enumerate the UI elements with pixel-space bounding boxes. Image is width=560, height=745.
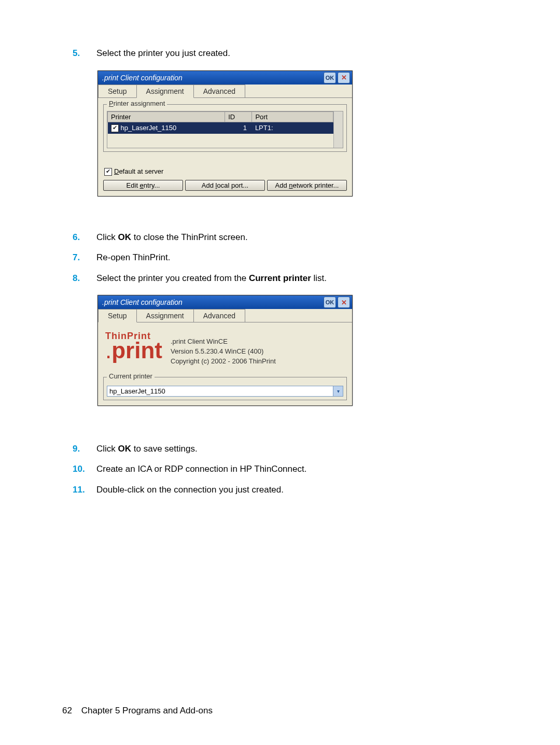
dialog-title: .print Client configuration bbox=[102, 298, 322, 306]
table-row[interactable]: ✔hp_LaserJet_1150 1 LPT1: bbox=[108, 122, 333, 134]
step-text-6: Click OK to close the ThinPrint screen. bbox=[96, 231, 248, 244]
tab-bar: Setup Assignment Advanced bbox=[98, 85, 352, 98]
step-text-8: Select the printer you created from the … bbox=[96, 272, 327, 285]
thinprint-logo: ThinPrint .print bbox=[105, 332, 162, 361]
current-printer-group: Current printer ▾ bbox=[103, 377, 347, 400]
scrollbar[interactable] bbox=[333, 111, 343, 148]
chapter-label: Chapter 5 Programs and Add-ons bbox=[81, 706, 213, 715]
col-id[interactable]: ID bbox=[225, 111, 252, 122]
group-label: Printer assignment bbox=[107, 100, 167, 107]
default-at-server-checkbox[interactable]: ✔Default at server bbox=[104, 167, 347, 176]
page-number: 62 bbox=[62, 706, 79, 716]
printer-assignment-group: Printer assignment Printer ID Port bbox=[103, 104, 347, 152]
add-network-printer-button[interactable]: Add network printer... bbox=[267, 180, 347, 191]
tab-advanced[interactable]: Advanced bbox=[193, 85, 245, 97]
add-local-port-button[interactable]: Add local port... bbox=[185, 180, 265, 191]
step-number-5: 5. bbox=[73, 47, 96, 60]
tab-assignment[interactable]: Assignment bbox=[136, 309, 194, 322]
step-text-9: Click OK to save settings. bbox=[96, 442, 198, 456]
ok-button[interactable]: OK bbox=[324, 72, 336, 83]
col-printer[interactable]: Printer bbox=[108, 111, 225, 122]
tab-assignment[interactable]: Assignment bbox=[136, 85, 194, 98]
version-info: .print Client WinCE Version 5.5.230.4 Wi… bbox=[171, 332, 276, 367]
close-icon[interactable]: ✕ bbox=[338, 297, 350, 308]
printer-table: Printer ID Port ✔hp_LaserJet_1150 1 LPT1… bbox=[107, 111, 333, 154]
step-number-11: 11. bbox=[73, 483, 96, 497]
tab-bar: Setup Assignment Advanced bbox=[98, 309, 352, 322]
step-text-5: Select the printer you just created. bbox=[96, 47, 230, 60]
row-checkbox[interactable]: ✔ bbox=[111, 124, 119, 132]
screenshot-setup-tab: .print Client configuration OK ✕ Setup A… bbox=[97, 295, 498, 406]
current-printer-input[interactable] bbox=[107, 386, 333, 396]
edit-entry-button[interactable]: Edit entry... bbox=[103, 180, 183, 191]
step-number-6: 6. bbox=[73, 231, 96, 244]
row-printer-name: hp_LaserJet_1150 bbox=[121, 124, 177, 132]
titlebar: .print Client configuration OK ✕ bbox=[98, 71, 352, 85]
screenshot-assignment-tab: .print Client configuration OK ✕ Setup A… bbox=[97, 71, 498, 196]
step-number-7: 7. bbox=[73, 251, 96, 264]
group-label: Current printer bbox=[107, 372, 155, 380]
row-id: 1 bbox=[225, 122, 252, 134]
tab-advanced[interactable]: Advanced bbox=[193, 309, 245, 322]
current-printer-dropdown[interactable]: ▾ bbox=[107, 386, 343, 397]
titlebar: .print Client configuration OK ✕ bbox=[98, 296, 352, 309]
close-icon[interactable]: ✕ bbox=[338, 72, 350, 83]
step-text-11: Double-click on the connection you just … bbox=[96, 483, 284, 497]
page-footer: 62 Chapter 5 Programs and Add-ons bbox=[62, 706, 213, 716]
tab-setup[interactable]: Setup bbox=[98, 309, 137, 322]
step-text-10: Create an ICA or RDP connection in HP Th… bbox=[96, 462, 306, 476]
dialog-title: .print Client configuration bbox=[102, 74, 322, 82]
step-number-8: 8. bbox=[73, 272, 96, 285]
step-text-7: Re-open ThinPrint. bbox=[96, 251, 170, 264]
step-number-10: 10. bbox=[73, 462, 96, 476]
tab-setup[interactable]: Setup bbox=[98, 85, 137, 97]
step-number-9: 9. bbox=[73, 442, 96, 456]
row-port: LPT1: bbox=[252, 122, 333, 134]
chevron-down-icon[interactable]: ▾ bbox=[333, 386, 343, 396]
col-port[interactable]: Port bbox=[252, 111, 333, 122]
ok-button[interactable]: OK bbox=[324, 297, 336, 308]
